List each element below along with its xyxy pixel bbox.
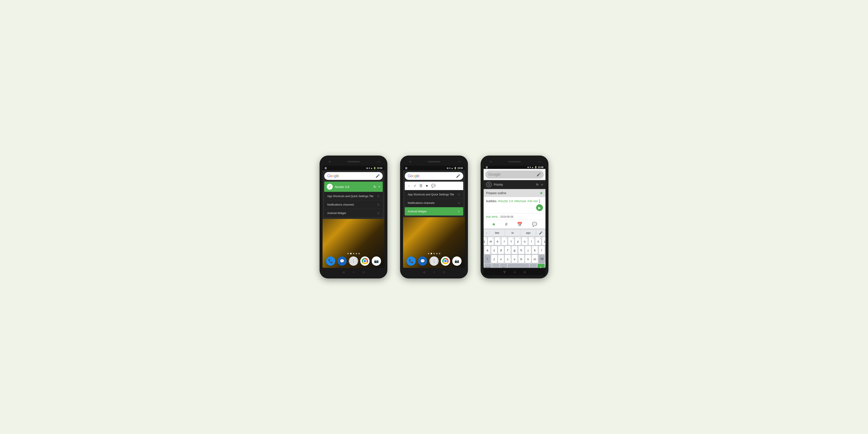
key-s[interactable]: s: [491, 246, 497, 254]
apps-icon[interactable]: ⋮⋮⋮: [349, 256, 358, 266]
key-a[interactable]: a: [485, 246, 490, 254]
back-btn-2[interactable]: ◁: [423, 271, 425, 274]
suggestion-late[interactable]: late: [489, 229, 505, 236]
star-icon[interactable]: ★: [425, 184, 428, 188]
home-btn-1[interactable]: ○: [353, 271, 354, 274]
key-t[interactable]: t5: [508, 237, 514, 245]
list-icon[interactable]: ☰: [420, 184, 422, 188]
phone-app-icon[interactable]: 📞: [326, 256, 335, 266]
star-quick-action[interactable]: ★: [492, 222, 496, 227]
suggestion-to[interactable]: to: [505, 229, 521, 236]
home-btn-2[interactable]: ○: [433, 271, 435, 274]
space-key[interactable]: [508, 264, 529, 268]
key-j[interactable]: j: [525, 246, 531, 254]
key-x[interactable]: x: [498, 255, 504, 263]
notif-row-3[interactable]: Android Widget ☆: [324, 209, 383, 217]
key-k[interactable]: k: [532, 246, 538, 254]
send-key[interactable]: ▶: [538, 264, 545, 268]
notif-text-1: App Shortcuts and Quick Settings Tile: [327, 194, 377, 198]
star-btn-2-3[interactable]: ☆: [457, 209, 460, 213]
back-btn-1[interactable]: ◁: [342, 271, 344, 274]
key-d[interactable]: d: [498, 246, 504, 254]
key-h[interactable]: h: [518, 246, 524, 254]
camera-app-icon[interactable]: 📷: [372, 256, 381, 266]
notif-text-2-2: Notifications channels: [408, 201, 457, 205]
star-btn-1[interactable]: ☆: [377, 194, 380, 198]
comment-icon[interactable]: 💬: [431, 184, 435, 188]
due-label: DUE DATE:: [486, 216, 498, 218]
emoji-key[interactable]: ☺: [500, 264, 507, 268]
key-b[interactable]: b: [518, 255, 524, 263]
check-icon[interactable]: ✓: [414, 184, 416, 188]
google-search-bar-1[interactable]: Google 🎤: [324, 172, 383, 180]
comment-quick-action[interactable]: 💬: [532, 222, 537, 227]
add-btn-1[interactable]: +: [378, 185, 380, 189]
apps-icon-2[interactable]: ⋮⋮⋮: [429, 256, 439, 266]
key-z[interactable]: z: [491, 255, 497, 263]
mic-icon[interactable]: 🎤: [375, 174, 380, 178]
chrome-icon: [362, 258, 368, 264]
key-n[interactable]: n: [525, 255, 531, 263]
google-search-bar-2[interactable]: Google 🎤: [405, 172, 463, 180]
key-u[interactable]: u7: [522, 237, 528, 245]
recents-btn-1[interactable]: □: [363, 271, 365, 274]
phone-2: 🖼 ⊖ ▾ ▲ 🔋 13:54 Google 🎤: [400, 156, 468, 278]
recents-btn-2[interactable]: □: [443, 271, 445, 274]
key-g[interactable]: g: [512, 246, 518, 254]
messages-app-icon-2[interactable]: 💬: [418, 256, 427, 266]
star-btn-2[interactable]: ☆: [377, 203, 380, 207]
key-y[interactable]: y6: [515, 237, 521, 245]
notif-row-1[interactable]: App Shortcuts and Quick Settings Tile ☆: [324, 192, 383, 200]
task-star-icon[interactable]: ★: [539, 191, 543, 195]
back-btn-3[interactable]: ▽: [503, 271, 505, 274]
calendar-quick-action[interactable]: 📅: [517, 222, 522, 227]
key-e[interactable]: e3: [495, 237, 500, 245]
refresh-btn-1[interactable]: ↻: [373, 185, 376, 189]
mic-suggestion-icon[interactable]: 🎤: [536, 231, 545, 235]
notif-row-2-2[interactable]: Notifications channels ☆: [405, 198, 463, 207]
key-c[interactable]: c: [505, 255, 511, 263]
key-f[interactable]: f: [505, 246, 511, 254]
notif-row-2-3-highlighted[interactable]: Android Widget ☆: [405, 207, 463, 216]
period-key[interactable]: .: [530, 264, 537, 268]
shift-key[interactable]: ⇧: [485, 255, 490, 263]
priority-add-btn[interactable]: +: [541, 183, 543, 186]
mic-icon-2[interactable]: 🎤: [456, 174, 460, 178]
num-key[interactable]: ?123: [485, 264, 491, 268]
key-q[interactable]: q1: [484, 237, 487, 245]
key-p[interactable]: p0: [542, 237, 546, 245]
star-btn-3[interactable]: ☆: [377, 211, 380, 215]
messages-app-icon[interactable]: 💬: [337, 256, 347, 266]
key-m[interactable]: m: [532, 255, 538, 263]
star-btn-2-1[interactable]: ☆: [457, 192, 460, 196]
battery-icon-2: 🔋: [454, 167, 457, 169]
phone-app-icon-2[interactable]: 📞: [406, 256, 416, 266]
key-i[interactable]: i8: [528, 237, 534, 245]
priority-refresh-btn[interactable]: ↻: [536, 183, 539, 186]
key-w[interactable]: w2: [488, 237, 494, 245]
key-l[interactable]: l: [539, 246, 545, 254]
task-bar[interactable]: Prepare outline ★: [484, 189, 546, 197]
hash-quick-action[interactable]: #: [505, 222, 507, 227]
priority-actions: ↻ +: [536, 183, 543, 186]
star-btn-2-2[interactable]: ☆: [457, 201, 460, 205]
wallpaper-2: 📞 💬 ⋮⋮⋮ 📷: [403, 217, 465, 268]
nozbe-expanded-header: ← ✓ ☰ ★ 💬: [405, 182, 463, 190]
back-icon[interactable]: ←: [408, 184, 411, 188]
key-o[interactable]: o9: [535, 237, 541, 245]
camera-app-icon-2[interactable]: 📷: [452, 256, 462, 266]
chrome-app-icon[interactable]: [360, 256, 370, 266]
backspace-key[interactable]: ⌫: [539, 255, 545, 263]
recents-btn-3[interactable]: □: [524, 271, 526, 274]
key-v[interactable]: v: [512, 255, 518, 263]
home-btn-3[interactable]: ○: [514, 271, 516, 274]
chrome-app-icon-2[interactable]: [441, 256, 450, 266]
dnd-icon-2: ⊖: [447, 167, 448, 169]
suggestion-ago[interactable]: ago: [521, 229, 536, 236]
notif-row-2[interactable]: Notifications channels ☆: [324, 200, 383, 209]
key-r[interactable]: r4: [501, 237, 507, 245]
send-button[interactable]: ▶: [536, 204, 543, 211]
notif-row-2-1[interactable]: App Shortcuts and Quick Settings Tile ☆: [405, 190, 463, 198]
nozbe-widget-2: ← ✓ ☰ ★ 💬 App Shortcuts and Quick Settin…: [405, 182, 463, 216]
comma-key[interactable]: ,: [492, 264, 499, 268]
